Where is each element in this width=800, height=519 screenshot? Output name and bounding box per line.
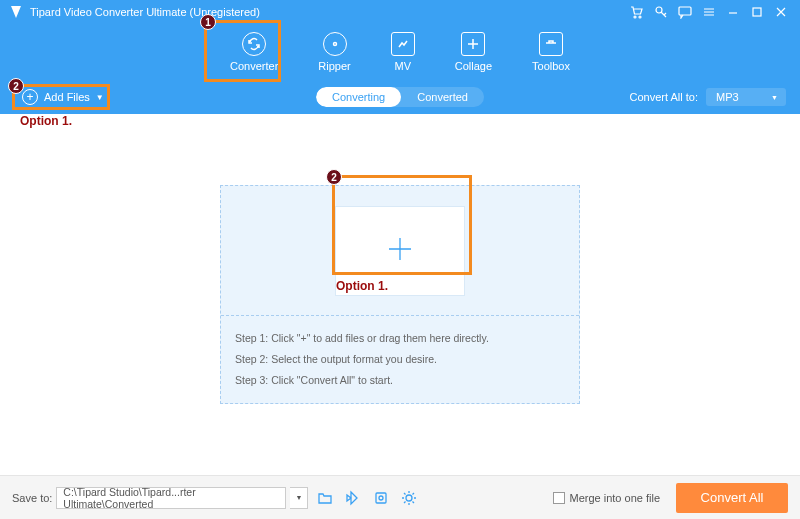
main-area: Step 1: Click "+" to add files or drag t… xyxy=(0,114,800,475)
convert-all-button[interactable]: Convert All xyxy=(676,483,788,513)
save-path-dropdown[interactable]: ▼ xyxy=(290,487,308,509)
add-files-dropbox[interactable] xyxy=(335,206,465,296)
settings-button[interactable] xyxy=(398,487,420,509)
svg-point-5 xyxy=(333,43,336,46)
convert-all-to: Convert All to: MP3 xyxy=(630,88,786,106)
svg-rect-4 xyxy=(753,8,761,16)
menu-icon[interactable] xyxy=(698,1,720,23)
open-folder-button[interactable] xyxy=(314,487,336,509)
svg-point-7 xyxy=(379,496,383,500)
save-path-input[interactable]: C:\Tipard Studio\Tipard...rter Ultimate\… xyxy=(56,487,286,509)
merge-checkbox[interactable]: Merge into one file xyxy=(553,492,661,504)
convert-all-label: Convert All xyxy=(701,490,764,505)
tab-label: Ripper xyxy=(318,60,350,72)
converter-icon xyxy=(242,32,266,56)
svg-point-8 xyxy=(406,495,412,501)
cart-icon[interactable] xyxy=(626,1,648,23)
chevron-down-icon: ▼ xyxy=(96,93,104,102)
tab-label: Converter xyxy=(230,60,278,72)
instructions: Step 1: Click "+" to add files or drag t… xyxy=(221,316,579,403)
segment-control: Converting Converted xyxy=(316,87,484,107)
step-2: Step 2: Select the output format you des… xyxy=(235,349,565,370)
step-3: Step 3: Click "Convert All" to start. xyxy=(235,370,565,391)
svg-point-0 xyxy=(634,16,636,18)
merge-label: Merge into one file xyxy=(570,492,661,504)
add-files-label: Add Files xyxy=(44,91,90,103)
checkbox-icon xyxy=(553,492,565,504)
speed-button[interactable] xyxy=(342,487,364,509)
seg-converted[interactable]: Converted xyxy=(401,87,484,107)
plus-large-icon xyxy=(385,234,415,268)
close-button[interactable] xyxy=(770,1,792,23)
tab-ripper[interactable]: Ripper xyxy=(318,32,350,72)
svg-point-1 xyxy=(639,16,641,18)
add-files-button[interactable]: + Add Files ▼ xyxy=(14,85,112,109)
step-1: Step 1: Click "+" to add files or drag t… xyxy=(235,328,565,349)
plus-icon: + xyxy=(22,89,38,105)
tab-mv[interactable]: MV xyxy=(391,32,415,72)
output-format-value: MP3 xyxy=(716,91,739,103)
save-to-label: Save to: xyxy=(12,492,52,504)
mv-icon xyxy=(391,32,415,56)
convert-all-to-label: Convert All to: xyxy=(630,91,698,103)
tab-toolbox[interactable]: Toolbox xyxy=(532,32,570,72)
main-nav: Converter Ripper MV Collage Toolbox xyxy=(0,24,800,80)
feedback-icon[interactable] xyxy=(674,1,696,23)
drop-zone-top xyxy=(221,186,579,316)
app-logo-icon xyxy=(8,4,24,20)
tab-collage[interactable]: Collage xyxy=(455,32,492,72)
minimize-button[interactable] xyxy=(722,1,744,23)
collage-icon xyxy=(461,32,485,56)
toolbar: + Add Files ▼ Converting Converted Conve… xyxy=(0,80,800,114)
svg-rect-6 xyxy=(376,493,386,503)
output-format-select[interactable]: MP3 xyxy=(706,88,786,106)
footer: Save to: C:\Tipard Studio\Tipard...rter … xyxy=(0,475,800,519)
tab-label: Toolbox xyxy=(532,60,570,72)
key-icon[interactable] xyxy=(650,1,672,23)
toolbox-icon xyxy=(539,32,563,56)
save-path-value: C:\Tipard Studio\Tipard...rter Ultimate\… xyxy=(63,486,279,510)
tab-label: Collage xyxy=(455,60,492,72)
ripper-icon xyxy=(323,32,347,56)
drop-zone: Step 1: Click "+" to add files or drag t… xyxy=(220,185,580,404)
gpu-button[interactable] xyxy=(370,487,392,509)
svg-rect-3 xyxy=(679,7,691,15)
tab-converter[interactable]: Converter xyxy=(230,32,278,72)
maximize-button[interactable] xyxy=(746,1,768,23)
app-title: Tipard Video Converter Ultimate (Unregis… xyxy=(30,6,260,18)
titlebar: Tipard Video Converter Ultimate (Unregis… xyxy=(0,0,800,24)
tab-label: MV xyxy=(394,60,411,72)
seg-converting[interactable]: Converting xyxy=(316,87,401,107)
